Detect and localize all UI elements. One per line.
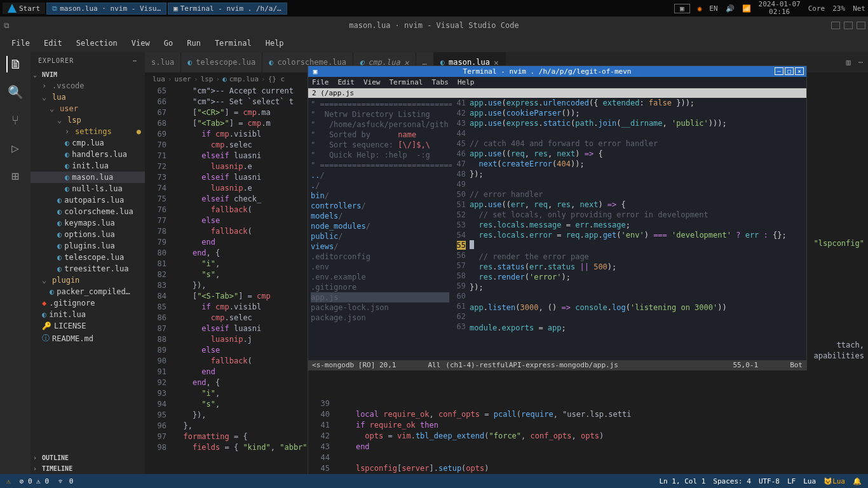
terminal-icon: ▣ — [173, 4, 178, 13]
tree-lsp-folder[interactable]: ⌄lsp — [31, 114, 145, 126]
tree-mason-file[interactable]: ◐ mason.lua — [31, 172, 145, 183]
app-menu-icon[interactable]: ⧉ — [4, 21, 10, 30]
tree-settings-folder[interactable]: ›settings● — [31, 126, 145, 137]
minimize-button[interactable] — [831, 22, 840, 29]
debug-icon[interactable]: ▷ — [7, 140, 24, 156]
taskbar-app-terminal[interactable]: ▣ Terminal - nvim . /h/a/… — [168, 3, 287, 15]
tree-telescope-file[interactable]: ◐ telescope.lua — [31, 252, 145, 263]
tree-options-file[interactable]: ◐ options.lua — [31, 229, 145, 240]
taskbar-tray: ▣ ◉ EN 🔊 📶 2024-01-07 02:16 Core 23% Net — [674, 1, 865, 16]
tree-readme-file[interactable]: ⓘ README.md — [31, 332, 145, 345]
menu-edit[interactable]: Edit — [37, 36, 69, 50]
lang-indicator[interactable]: EN — [709, 4, 717, 13]
more-icon[interactable]: ⋯ — [858, 58, 863, 67]
menu-file[interactable]: File — [5, 36, 36, 50]
more-icon[interactable]: ⋯ — [133, 57, 137, 64]
activity-bar: 🗎 🔍 ⑂ ▷ ⊞ — [0, 52, 31, 474]
menu-view[interactable]: View — [125, 36, 156, 50]
extensions-icon[interactable]: ⊞ — [7, 168, 24, 184]
tree-colorscheme-file[interactable]: ◐ colorscheme.lua — [31, 206, 145, 217]
warning-icon[interactable]: ⚠ — [6, 477, 11, 485]
search-icon[interactable]: 🔍 — [7, 84, 24, 100]
vim-status-line: <s-mongodb [RO] 20,1 All (ch1-4)-restful… — [308, 360, 806, 370]
language-mode[interactable]: Lua — [803, 477, 816, 485]
line-gutter: 65 66 67 68 69 70 71 72 73 74 75 76 77 7… — [145, 86, 174, 474]
tree-gitignore-file[interactable]: ◆ .gitignore — [31, 297, 145, 309]
tray-box-icon[interactable]: ▣ — [674, 4, 690, 13]
clock[interactable]: 2024-01-07 02:16 — [759, 1, 801, 16]
vim-code-pane[interactable]: 41 42 43 44 45 46 47 48 49 50 51 52 53 5… — [452, 98, 806, 360]
editor-pane-left[interactable]: 65 66 67 68 69 70 71 72 73 74 75 76 77 7… — [145, 86, 308, 474]
section-nvim[interactable]: ⌄NVIM — [31, 69, 145, 80]
term-menu-view[interactable]: View — [363, 78, 381, 86]
vscode-menubar: File Edit Selection View Go Run Terminal… — [0, 34, 868, 52]
signal-icon[interactable]: 📶 — [742, 4, 751, 13]
maximize-button[interactable] — [844, 22, 853, 29]
terminal-app-icon: ▣ — [311, 67, 320, 76]
cursor-position[interactable]: Ln 1, Col 1 — [659, 477, 705, 485]
tree-init-lsp-file[interactable]: ◐ init.lua — [31, 160, 145, 172]
terminal-window: ▣ Terminal - nvim . /h/a/p/g/legit-of-me… — [308, 65, 807, 370]
encoding[interactable]: UTF-8 — [759, 477, 780, 485]
tab-telescope[interactable]: ◐telescope.lua — [181, 52, 262, 72]
maximize-button[interactable]: □ — [785, 67, 794, 75]
close-button[interactable]: ✕ — [795, 67, 804, 75]
close-button[interactable] — [857, 22, 865, 29]
net-label: Net — [853, 4, 865, 13]
bell-icon[interactable]: 🔔 — [853, 477, 862, 485]
error-count[interactable]: ⊘ 0 ⚠ 0 — [20, 477, 49, 485]
tree-nullls-file[interactable]: ◐ null-ls.lua — [31, 183, 145, 194]
split-editor-icon[interactable]: ▥ — [846, 58, 851, 67]
menu-help[interactable]: Help — [259, 36, 290, 50]
tree-init-file[interactable]: ◐ init.lua — [31, 309, 145, 320]
vscode-titlebar: ⧉ mason.lua · nvim - Visual Studio Code — [0, 17, 868, 34]
status-bar: ⚠ ⊘ 0 ⚠ 0 ᯤ 0 Ln 1, Col 1 Spaces: 4 UTF-… — [0, 474, 868, 488]
netrw-pane[interactable]: " ================================ " Net… — [308, 98, 452, 360]
indent-setting[interactable]: Spaces: 4 — [713, 477, 751, 485]
tree-lua-folder[interactable]: ⌄lua — [31, 92, 145, 103]
tree-license-file[interactable]: 🔑 LICENSE — [31, 320, 145, 332]
term-menu-tabs[interactable]: Tabs — [431, 78, 449, 86]
section-outline[interactable]: ›OUTLINE — [31, 452, 145, 463]
tree-vscode-folder[interactable]: ›.vscode — [31, 80, 145, 92]
source-control-icon[interactable]: ⑂ — [7, 112, 24, 128]
vscode-icon: ⧉ — [52, 4, 57, 13]
tree-handlers-file[interactable]: ◐ handlers.lua — [31, 149, 145, 160]
lua-status[interactable]: 😺Lua — [824, 477, 845, 485]
term-menu-edit[interactable]: Edit — [338, 78, 355, 86]
tree-cmp-file[interactable]: ◐ cmp.lua — [31, 137, 145, 149]
term-menu-terminal[interactable]: Terminal — [390, 78, 423, 86]
tab-s-lua[interactable]: s.lua — [145, 52, 181, 72]
code-fragment: ttach, apabilities — [814, 340, 864, 362]
menu-go[interactable]: Go — [158, 36, 179, 50]
tree-treesitter-file[interactable]: ◐ treesitter.lua — [31, 263, 145, 274]
code-content[interactable]: "cm">-- Accept current "cm">-- Set `sele… — [174, 86, 308, 474]
terminal-titlebar[interactable]: ▣ Terminal - nvim . /h/a/p/g/legit-of-me… — [308, 66, 806, 77]
tree-autopairs-file[interactable]: ◐ autopairs.lua — [31, 194, 145, 206]
menu-terminal[interactable]: Terminal — [208, 36, 258, 50]
eol[interactable]: LF — [787, 477, 796, 485]
start-button[interactable]: Start — [3, 3, 45, 14]
terminal-tab[interactable]: 2 (/app.js — [308, 88, 806, 98]
tree-keymaps-file[interactable]: ◐ keymaps.lua — [31, 217, 145, 229]
section-timeline[interactable]: ›TIMELINE — [31, 463, 145, 474]
taskbar-app-vscode[interactable]: ⧉ mason.lua · nvim - Visu… — [46, 3, 166, 15]
tree-plugin-folder[interactable]: ⌄plugin — [31, 274, 145, 286]
firefox-icon[interactable]: ◉ — [698, 4, 702, 13]
term-menu-help[interactable]: Help — [458, 78, 475, 86]
core-label: Core — [808, 4, 825, 13]
explorer-icon[interactable]: 🗎 — [6, 56, 23, 72]
tree-user-folder[interactable]: ⌄user — [31, 103, 145, 114]
radio-count[interactable]: ᯤ 0 — [58, 477, 73, 485]
code-fragment: "lspconfig" — [814, 238, 864, 249]
term-menu-file[interactable]: File — [312, 78, 329, 86]
tree-plugins-file[interactable]: ◐ plugins.lua — [31, 240, 145, 252]
minimize-button[interactable]: – — [775, 67, 783, 75]
tree-packer-file[interactable]: ◐ packer_compiled… — [31, 286, 145, 297]
volume-icon[interactable]: 🔊 — [726, 4, 735, 13]
cpu-percent: 23% — [832, 4, 845, 13]
menu-selection[interactable]: Selection — [70, 36, 124, 50]
menu-run[interactable]: Run — [180, 36, 207, 50]
system-taskbar: Start ⧉ mason.lua · nvim - Visu… ▣ Termi… — [0, 0, 868, 17]
explorer-title: EXPLORER ⋯ — [31, 52, 145, 69]
